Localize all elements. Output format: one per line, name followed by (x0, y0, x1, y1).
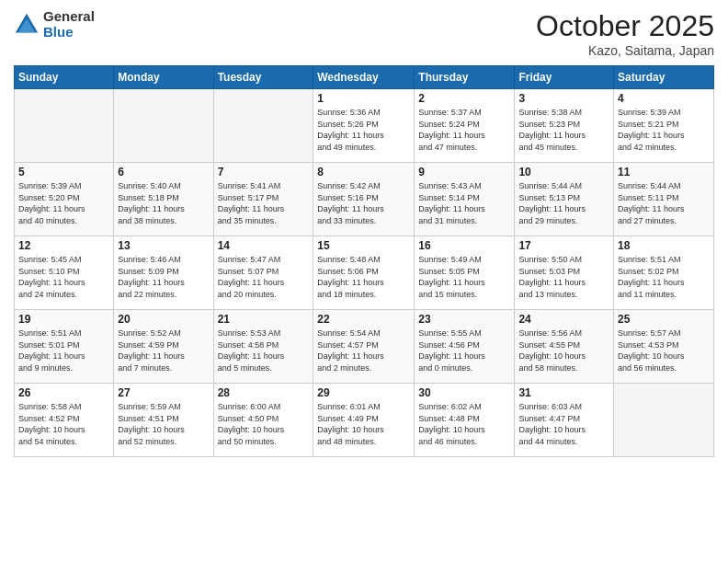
calendar-cell (114, 89, 213, 163)
day-number: 20 (118, 313, 209, 326)
day-info: Sunrise: 5:59 AM Sunset: 4:51 PM Dayligh… (118, 401, 209, 447)
calendar-cell: 1Sunrise: 5:36 AM Sunset: 5:26 PM Daylig… (313, 89, 415, 163)
day-info: Sunrise: 5:36 AM Sunset: 5:26 PM Dayligh… (317, 107, 410, 153)
calendar-cell: 25Sunrise: 5:57 AM Sunset: 4:53 PM Dayli… (614, 310, 714, 384)
title-block: October 2025 Kazo, Saitama, Japan (536, 9, 714, 58)
calendar-cell: 14Sunrise: 5:47 AM Sunset: 5:07 PM Dayli… (213, 236, 313, 310)
day-number: 6 (118, 166, 209, 178)
calendar-cell: 20Sunrise: 5:52 AM Sunset: 4:59 PM Dayli… (114, 310, 213, 384)
calendar-cell: 9Sunrise: 5:43 AM Sunset: 5:14 PM Daylig… (415, 163, 515, 236)
calendar-cell: 6Sunrise: 5:40 AM Sunset: 5:18 PM Daylig… (114, 163, 213, 236)
calendar-cell: 19Sunrise: 5:51 AM Sunset: 5:01 PM Dayli… (15, 310, 114, 384)
day-info: Sunrise: 5:37 AM Sunset: 5:24 PM Dayligh… (418, 107, 510, 153)
calendar-cell (15, 89, 114, 163)
calendar-cell: 8Sunrise: 5:42 AM Sunset: 5:16 PM Daylig… (313, 163, 415, 236)
day-number: 25 (618, 313, 710, 326)
day-info: Sunrise: 5:49 AM Sunset: 5:05 PM Dayligh… (418, 254, 510, 300)
calendar-cell (614, 384, 714, 457)
day-number: 21 (218, 313, 310, 326)
day-info: Sunrise: 5:57 AM Sunset: 4:53 PM Dayligh… (618, 327, 710, 373)
calendar-cell: 12Sunrise: 5:45 AM Sunset: 5:10 PM Dayli… (15, 236, 114, 310)
day-number: 2 (418, 92, 510, 105)
day-info: Sunrise: 5:51 AM Sunset: 5:01 PM Dayligh… (18, 327, 109, 373)
calendar-cell: 10Sunrise: 5:44 AM Sunset: 5:13 PM Dayli… (515, 163, 614, 236)
day-info: Sunrise: 5:43 AM Sunset: 5:14 PM Dayligh… (418, 180, 510, 226)
day-number: 3 (518, 92, 609, 105)
day-number: 12 (18, 239, 109, 252)
day-number: 11 (618, 166, 710, 178)
day-number: 14 (218, 239, 310, 252)
day-number: 18 (618, 239, 710, 252)
day-number: 9 (418, 166, 510, 178)
day-info: Sunrise: 5:55 AM Sunset: 4:56 PM Dayligh… (418, 327, 510, 373)
day-info: Sunrise: 5:42 AM Sunset: 5:16 PM Dayligh… (317, 180, 410, 226)
day-info: Sunrise: 6:02 AM Sunset: 4:48 PM Dayligh… (418, 401, 510, 447)
day-info: Sunrise: 5:39 AM Sunset: 5:21 PM Dayligh… (618, 107, 710, 153)
day-number: 1 (317, 92, 410, 105)
day-info: Sunrise: 5:44 AM Sunset: 5:11 PM Dayligh… (618, 180, 710, 226)
day-number: 4 (618, 92, 710, 105)
day-number: 13 (118, 239, 209, 252)
logo-text: General Blue (43, 9, 95, 40)
day-info: Sunrise: 5:40 AM Sunset: 5:18 PM Dayligh… (118, 180, 209, 226)
calendar-cell: 24Sunrise: 5:56 AM Sunset: 4:55 PM Dayli… (515, 310, 614, 384)
day-number: 10 (518, 166, 609, 178)
day-info: Sunrise: 6:01 AM Sunset: 4:49 PM Dayligh… (317, 401, 410, 447)
calendar-cell: 3Sunrise: 5:38 AM Sunset: 5:23 PM Daylig… (515, 89, 614, 163)
logo-icon (14, 12, 40, 38)
day-info: Sunrise: 5:44 AM Sunset: 5:13 PM Dayligh… (518, 180, 609, 226)
day-info: Sunrise: 5:39 AM Sunset: 5:20 PM Dayligh… (18, 180, 109, 226)
calendar-weekday-wednesday: Wednesday (313, 66, 415, 89)
logo-blue-text: Blue (43, 25, 95, 40)
calendar-cell: 11Sunrise: 5:44 AM Sunset: 5:11 PM Dayli… (614, 163, 714, 236)
day-info: Sunrise: 5:51 AM Sunset: 5:02 PM Dayligh… (618, 254, 710, 300)
day-info: Sunrise: 5:53 AM Sunset: 4:58 PM Dayligh… (218, 327, 310, 373)
calendar-weekday-monday: Monday (114, 66, 213, 89)
day-number: 26 (18, 386, 109, 399)
day-info: Sunrise: 5:47 AM Sunset: 5:07 PM Dayligh… (218, 254, 310, 300)
calendar-cell: 26Sunrise: 5:58 AM Sunset: 4:52 PM Dayli… (15, 384, 114, 457)
calendar-week-row: 12Sunrise: 5:45 AM Sunset: 5:10 PM Dayli… (15, 236, 714, 310)
day-number: 16 (418, 239, 510, 252)
calendar-cell: 21Sunrise: 5:53 AM Sunset: 4:58 PM Dayli… (213, 310, 313, 384)
calendar-cell: 31Sunrise: 6:03 AM Sunset: 4:47 PM Dayli… (515, 384, 614, 457)
calendar-cell: 30Sunrise: 6:02 AM Sunset: 4:48 PM Dayli… (415, 384, 515, 457)
calendar-cell (213, 89, 313, 163)
header: General Blue October 2025 Kazo, Saitama,… (14, 9, 714, 58)
day-info: Sunrise: 5:38 AM Sunset: 5:23 PM Dayligh… (518, 107, 609, 153)
month-title: October 2025 (536, 9, 714, 43)
day-number: 29 (317, 386, 410, 399)
day-number: 27 (118, 386, 209, 399)
day-info: Sunrise: 5:54 AM Sunset: 4:57 PM Dayligh… (317, 327, 410, 373)
day-info: Sunrise: 5:45 AM Sunset: 5:10 PM Dayligh… (18, 254, 109, 300)
day-number: 17 (518, 239, 609, 252)
day-info: Sunrise: 6:03 AM Sunset: 4:47 PM Dayligh… (518, 401, 609, 447)
logo-general-text: General (43, 9, 95, 25)
calendar-weekday-sunday: Sunday (15, 66, 114, 89)
day-number: 7 (218, 166, 310, 178)
day-number: 28 (218, 386, 310, 399)
calendar-week-row: 19Sunrise: 5:51 AM Sunset: 5:01 PM Dayli… (15, 310, 714, 384)
calendar-header-row: SundayMondayTuesdayWednesdayThursdayFrid… (15, 66, 714, 89)
day-number: 31 (518, 386, 609, 399)
location-title: Kazo, Saitama, Japan (536, 43, 714, 58)
day-number: 30 (418, 386, 510, 399)
day-info: Sunrise: 5:41 AM Sunset: 5:17 PM Dayligh… (218, 180, 310, 226)
calendar-week-row: 26Sunrise: 5:58 AM Sunset: 4:52 PM Dayli… (15, 384, 714, 457)
calendar-cell: 2Sunrise: 5:37 AM Sunset: 5:24 PM Daylig… (415, 89, 515, 163)
logo: General Blue (14, 9, 95, 40)
calendar-cell: 5Sunrise: 5:39 AM Sunset: 5:20 PM Daylig… (15, 163, 114, 236)
day-number: 23 (418, 313, 510, 326)
calendar-cell: 7Sunrise: 5:41 AM Sunset: 5:17 PM Daylig… (213, 163, 313, 236)
day-number: 15 (317, 239, 410, 252)
day-info: Sunrise: 6:00 AM Sunset: 4:50 PM Dayligh… (218, 401, 310, 447)
calendar-weekday-tuesday: Tuesday (213, 66, 313, 89)
calendar-cell: 18Sunrise: 5:51 AM Sunset: 5:02 PM Dayli… (614, 236, 714, 310)
calendar-cell: 13Sunrise: 5:46 AM Sunset: 5:09 PM Dayli… (114, 236, 213, 310)
calendar-cell: 17Sunrise: 5:50 AM Sunset: 5:03 PM Dayli… (515, 236, 614, 310)
calendar-cell: 29Sunrise: 6:01 AM Sunset: 4:49 PM Dayli… (313, 384, 415, 457)
calendar-cell: 16Sunrise: 5:49 AM Sunset: 5:05 PM Dayli… (415, 236, 515, 310)
calendar-weekday-friday: Friday (515, 66, 614, 89)
calendar-cell: 28Sunrise: 6:00 AM Sunset: 4:50 PM Dayli… (213, 384, 313, 457)
calendar-week-row: 5Sunrise: 5:39 AM Sunset: 5:20 PM Daylig… (15, 163, 714, 236)
